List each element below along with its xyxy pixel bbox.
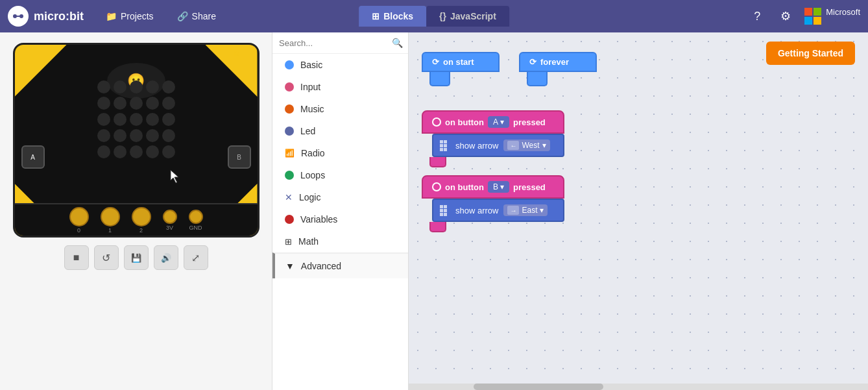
app-name: micro:bit	[34, 10, 84, 23]
basic-color-dot	[285, 60, 294, 69]
led-4-0	[97, 145, 110, 158]
forever-connector	[527, 72, 548, 86]
help-button[interactable]: ?	[747, 6, 767, 27]
sidebar-item-radio[interactable]: 📶 Radio	[272, 142, 408, 164]
search-input[interactable]	[279, 38, 388, 48]
svg-rect-7	[814, 17, 821, 25]
led-4-2	[130, 145, 143, 158]
tab-javascript[interactable]: {} JavaScript	[426, 6, 509, 27]
led-0-3	[146, 80, 159, 93]
getting-started-button[interactable]: Getting Started	[766, 42, 855, 65]
on-start-block[interactable]: ⟳ on start	[422, 52, 500, 72]
forever-block-group: ⟳ forever	[519, 52, 597, 86]
led-1-0	[97, 97, 110, 110]
sidebar-item-variables[interactable]: Variables	[272, 208, 408, 230]
action-grid-icon	[440, 140, 450, 151]
led-1-3	[146, 97, 159, 110]
sidebar-item-led[interactable]: Led	[272, 120, 408, 142]
hw-button-b[interactable]: B	[228, 145, 251, 169]
nav-right: ? ⚙ Microsoft	[747, 6, 860, 27]
east-arrow-icon: →	[507, 206, 519, 215]
corner-tr	[206, 45, 258, 97]
west-arrow-icon: ←	[507, 141, 519, 150]
fullscreen-button[interactable]: ⤢	[184, 245, 208, 270]
math-grid-icon: ⊞	[285, 237, 292, 247]
pin-1[interactable]: 1	[101, 207, 120, 234]
led-2-2	[130, 113, 143, 126]
button-b-dropdown[interactable]: B ▾	[488, 181, 509, 193]
led-4-4	[162, 145, 175, 158]
on-start-block-group: ⟳ on start	[422, 52, 500, 86]
pin-2[interactable]: 2	[132, 207, 151, 234]
event-b-circle-icon	[432, 182, 441, 191]
projects-icon: 📁	[106, 11, 117, 21]
led-3-2	[130, 129, 143, 142]
search-icon: 🔍	[392, 38, 403, 48]
loops-color-dot	[285, 171, 294, 180]
logic-icon: ✕	[285, 192, 293, 202]
button-b-bottom-connector	[429, 222, 446, 232]
main-layout: 😐	[0, 32, 868, 390]
dropdown-arrow-icon: ▾	[500, 117, 504, 127]
east-dropdown-chevron-icon: ▾	[540, 206, 544, 215]
js-braces-icon: {}	[439, 11, 446, 21]
microbit-device: 😐	[13, 43, 259, 238]
action-b-grid-icon	[440, 205, 450, 215]
led-3-4	[162, 129, 175, 142]
sound-button[interactable]: 🔊	[154, 245, 178, 270]
pin-gnd: GND	[189, 210, 203, 231]
scrollbar-horizontal[interactable]	[409, 384, 868, 390]
forever-block[interactable]: ⟳ forever	[519, 52, 597, 72]
led-2-3	[146, 113, 159, 126]
logo-area: micro:bit	[8, 6, 84, 27]
on-start-connector	[429, 72, 450, 86]
microbit-display	[97, 80, 175, 158]
led-3-3	[146, 129, 159, 142]
simulator-panel: 😐	[0, 32, 272, 390]
button-a-block-group: on button A ▾ pressed show arrow	[422, 110, 564, 167]
stop-button[interactable]: ■	[64, 245, 89, 270]
west-dropdown-chevron-icon: ▾	[542, 141, 546, 150]
svg-rect-3	[15, 16, 21, 17]
button-a-bottom-connector	[429, 157, 446, 167]
show-arrow-west-block[interactable]: show arrow ← West ▾	[432, 134, 564, 157]
share-button[interactable]: 🔗 Share	[171, 7, 223, 25]
button-b-event-block[interactable]: on button B ▾ pressed	[422, 175, 564, 199]
blocks-canvas[interactable]: Getting Started ⟳ on start ⟳ forever on …	[409, 32, 868, 390]
projects-button[interactable]: 📁 Projects	[99, 7, 160, 25]
share-icon: 🔗	[177, 11, 188, 21]
button-a-dropdown[interactable]: A ▾	[488, 116, 509, 128]
east-direction-dropdown[interactable]: → East ▾	[503, 204, 548, 216]
svg-rect-6	[804, 17, 812, 25]
sidebar-item-loops[interactable]: Loops	[272, 164, 408, 186]
restart-button[interactable]: ↺	[94, 245, 119, 270]
settings-button[interactable]: ⚙	[775, 6, 796, 27]
led-2-0	[97, 113, 110, 126]
button-a-area: A	[21, 145, 45, 169]
hw-button-a[interactable]: A	[21, 145, 45, 169]
simulator-controls: ■ ↺ 💾 🔊 ⤢	[64, 245, 208, 270]
led-1-2	[130, 97, 143, 110]
sidebar-item-logic[interactable]: ✕ Logic	[272, 186, 408, 208]
button-a-event-block[interactable]: on button A ▾ pressed	[422, 110, 564, 134]
west-direction-dropdown[interactable]: ← West ▾	[503, 140, 549, 151]
led-3-1	[114, 129, 127, 142]
scrollbar-thumb[interactable]	[474, 384, 603, 390]
svg-rect-5	[814, 8, 821, 16]
led-2-1	[114, 113, 127, 126]
button-b-block-group: on button B ▾ pressed show arrow	[422, 175, 564, 232]
tab-blocks[interactable]: ⊞ Blocks	[359, 6, 426, 27]
top-nav: micro:bit 📁 Projects 🔗 Share ⊞ Blocks {}…	[0, 0, 868, 32]
show-arrow-east-block[interactable]: show arrow → East ▾	[432, 199, 564, 222]
forever-icon: ⟳	[529, 57, 536, 67]
sidebar-item-advanced[interactable]: ▼ Advanced	[272, 252, 408, 278]
pin-0[interactable]: 0	[69, 207, 89, 234]
led-0-2	[130, 80, 143, 93]
save-button[interactable]: 💾	[124, 245, 149, 270]
pin-3v: 3V	[163, 210, 177, 231]
sidebar-item-music[interactable]: Music	[272, 98, 408, 120]
microbit-logo	[8, 6, 29, 27]
sidebar-item-input[interactable]: Input	[272, 76, 408, 98]
sidebar-item-math[interactable]: ⊞ Math	[272, 230, 408, 252]
sidebar-item-basic[interactable]: Basic	[272, 54, 408, 76]
